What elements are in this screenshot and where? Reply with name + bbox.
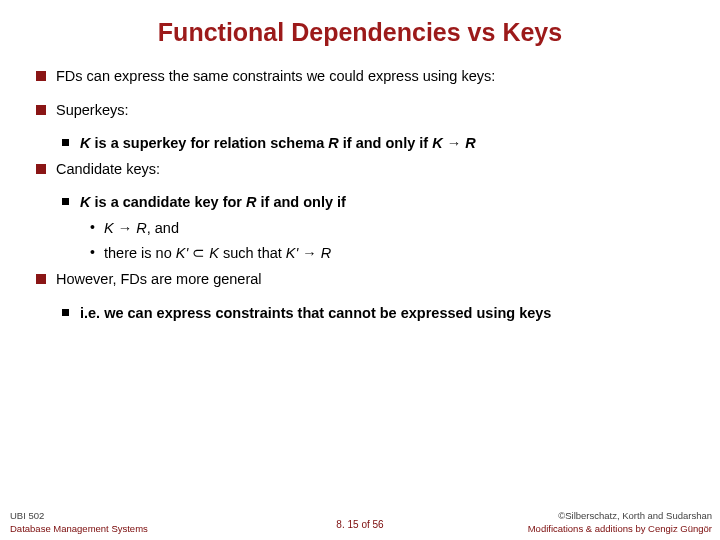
text: there is no bbox=[104, 245, 176, 261]
slide: Functional Dependencies vs Keys FDs can … bbox=[0, 0, 720, 540]
bullet-fds-express: FDs can express the same constraints we … bbox=[56, 67, 680, 87]
slide-title: Functional Dependencies vs Keys bbox=[0, 0, 720, 57]
page-number: 8. 15 of 56 bbox=[336, 519, 383, 530]
var-Kp: K' bbox=[176, 245, 192, 261]
var-K: K bbox=[432, 135, 442, 151]
sub-candidate-def: K is a candidate key for R if and only i… bbox=[80, 193, 680, 213]
text: if and only if bbox=[339, 135, 432, 151]
var-R: R bbox=[136, 220, 146, 236]
text: such that bbox=[219, 245, 286, 261]
subsub-implies: K → R, and bbox=[104, 219, 680, 239]
var-R: R bbox=[246, 194, 256, 210]
var-R: R bbox=[328, 135, 338, 151]
var-R: R bbox=[321, 245, 331, 261]
bullet-superkeys: Superkeys: bbox=[56, 101, 680, 121]
subject: Database Management Systems bbox=[10, 523, 148, 534]
var-K: K bbox=[104, 220, 114, 236]
var-R: R bbox=[465, 135, 475, 151]
modifications: Modifications & additions by Cengiz Güng… bbox=[528, 523, 712, 534]
text: , and bbox=[147, 220, 179, 236]
arrow-icon: → bbox=[443, 135, 466, 151]
slide-body: FDs can express the same constraints we … bbox=[0, 57, 720, 323]
var-Kp: K' bbox=[286, 245, 298, 261]
course-code: UBI 502 bbox=[10, 510, 44, 521]
subset-icon: ⊂ bbox=[192, 245, 209, 261]
sub-superkey-def: K is a superkey for relation schema R if… bbox=[80, 134, 680, 154]
copyright: ©Silberschatz, Korth and Sudarshan bbox=[558, 510, 712, 521]
text: if and only if bbox=[257, 194, 346, 210]
var-K: K bbox=[80, 194, 90, 210]
subsub-no-subset: there is no K' ⊂ K such that K' → R bbox=[104, 244, 680, 264]
arrow-icon: → bbox=[114, 220, 137, 236]
arrow-icon: → bbox=[298, 245, 321, 261]
text: is a candidate key for bbox=[90, 194, 246, 210]
sub-more-general: i.e. we can express constraints that can… bbox=[80, 304, 680, 324]
footer: UBI 502 ©Silberschatz, Korth and Sudarsh… bbox=[0, 510, 720, 534]
var-K: K bbox=[80, 135, 90, 151]
bullet-candidate-keys: Candidate keys: bbox=[56, 160, 680, 180]
text: is a superkey for relation schema bbox=[90, 135, 328, 151]
var-K: K bbox=[209, 245, 219, 261]
bullet-however: However, FDs are more general bbox=[56, 270, 680, 290]
